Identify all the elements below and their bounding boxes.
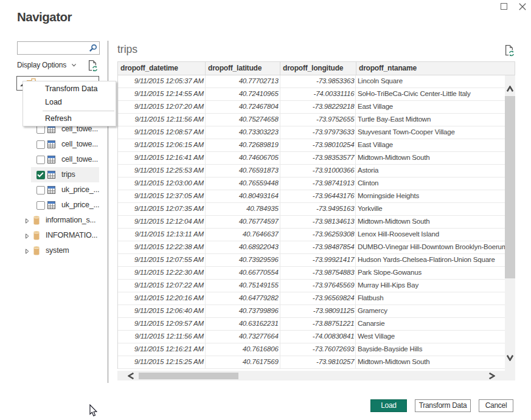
table-icon-wrap <box>47 171 55 179</box>
checkbox[interactable] <box>36 156 45 164</box>
data-preview-table: dropoff_datetimedropoff_latitudedropoff_… <box>117 61 515 369</box>
cell-dropoff_ntaname: West Village <box>356 331 505 343</box>
refresh-preview-icon[interactable] <box>505 45 515 57</box>
context-menu-item-refresh[interactable]: Refresh <box>23 112 116 125</box>
cell-dropoff_latitude: 40.66770554 <box>206 267 280 279</box>
table-row: 9/11/2015 12:14:55 AM40.72410965-74.0033… <box>118 88 505 101</box>
table-icon <box>47 186 55 194</box>
context-menu-item-load[interactable]: Load <box>23 95 116 109</box>
checkbox[interactable] <box>36 201 45 210</box>
cell-dropoff_datetime: 9/11/2015 12:08:57 AM <box>118 126 206 139</box>
column-header-dropoff_ntaname[interactable]: dropoff_ntaname <box>356 62 506 75</box>
cell-dropoff_longitude: -73.96569824 <box>280 292 356 305</box>
table-icon <box>47 201 55 209</box>
database-icon-wrap <box>33 246 40 255</box>
checkbox[interactable] <box>36 125 45 134</box>
scroll-right-icon[interactable] <box>489 373 495 379</box>
cell-dropoff_longitude: -73.98741913 <box>280 177 356 190</box>
cell-dropoff_latitude: 40.63162231 <box>206 318 280 330</box>
search-box[interactable] <box>17 41 100 55</box>
column-header-dropoff_datetime[interactable]: dropoff_datetime <box>118 62 206 75</box>
refresh-preview-icon[interactable] <box>88 60 98 72</box>
tree-item-cell-towe[interactable]: cell_towe... <box>0 152 107 167</box>
checkbox[interactable] <box>36 140 45 149</box>
scroll-down-icon[interactable] <box>507 355 513 361</box>
vertical-scrollbar[interactable] <box>505 75 515 380</box>
cell-dropoff_datetime: 9/11/2015 12:20:16 AM <box>118 292 206 305</box>
column-header-dropoff_latitude[interactable]: dropoff_latitude <box>206 62 280 75</box>
tree-item-label: cell_towe... <box>61 140 98 148</box>
vertical-scrollbar-thumb[interactable] <box>505 96 515 278</box>
cell-dropoff_latitude: 40.76591873 <box>206 165 280 177</box>
cell-dropoff_longitude: -73.99921417 <box>280 254 356 266</box>
cell-dropoff_longitude: -73.98134613 <box>280 216 356 228</box>
checkbox[interactable] <box>36 171 45 179</box>
cell-dropoff_longitude: -73.96443176 <box>280 190 356 202</box>
tree-item-uk-price[interactable]: uk_price_... <box>0 198 107 213</box>
navigator-dialog: Navigator Display Options <box>0 0 531 420</box>
cell-dropoff_latitude: 40.72689819 <box>206 139 280 151</box>
tree-item-information-s[interactable]: information_s... <box>0 213 107 228</box>
display-options-dropdown[interactable]: Display Options <box>17 61 99 72</box>
load-button[interactable]: Load <box>370 399 407 412</box>
cell-dropoff_latitude: 40.72467804 <box>206 101 280 113</box>
cell-dropoff_datetime: 9/11/2015 12:25:53 AM <box>118 165 206 177</box>
table-row: 9/11/2015 12:22:38 AM40.68922043-73.9848… <box>118 241 505 254</box>
expand-arrow-wrap[interactable] <box>26 218 29 224</box>
table-icon <box>47 171 55 179</box>
scroll-up-icon[interactable] <box>507 86 513 92</box>
cell-dropoff_latitude: 40.73929596 <box>206 254 280 266</box>
horizontal-scrollbar-thumb[interactable] <box>139 373 238 379</box>
cell-dropoff_longitude: -73.98353577 <box>280 152 356 164</box>
expand-arrow-wrap[interactable] <box>26 233 29 239</box>
cell-dropoff_latitude: 40.74606705 <box>206 152 280 164</box>
cell-dropoff_datetime: 9/11/2015 12:06:15 AM <box>118 139 206 151</box>
table-row: 9/11/2015 12:16:41 AM40.74606705-73.9835… <box>118 152 505 165</box>
cell-dropoff_datetime: 9/11/2015 12:07:20 AM <box>118 101 206 113</box>
cell-dropoff_datetime: 9/11/2015 12:13:11 AM <box>118 229 206 241</box>
tree-item-label: information_s... <box>46 216 95 224</box>
checkbox[interactable] <box>36 186 45 195</box>
cell-dropoff_latitude: 40.68922043 <box>206 241 280 253</box>
cell-dropoff_latitude: 40.73303223 <box>206 126 280 139</box>
table-row: 9/11/2015 12:07:55 AM40.73929596-73.9992… <box>118 254 505 267</box>
table-row: 9/11/2015 12:11:56 AM40.73277664-74.0083… <box>118 331 505 343</box>
cell-dropoff_longitude: -73.98487854 <box>280 241 356 253</box>
horizontal-scrollbar[interactable] <box>117 371 515 380</box>
cell-dropoff_longitude: -74.00331116 <box>280 88 356 100</box>
column-header-dropoff_longitude[interactable]: dropoff_longitude <box>280 62 356 75</box>
cancel-button[interactable]: Cancel <box>479 399 513 412</box>
cell-dropoff_datetime: 9/11/2015 12:03:00 AM <box>118 177 206 190</box>
table-row: 9/11/2015 12:20:16 AM40.64779282-73.9656… <box>118 292 505 305</box>
search-input[interactable] <box>19 43 86 53</box>
cell-dropoff_ntaname: Park Slope-Gowanus <box>356 267 505 279</box>
scroll-left-icon[interactable] <box>128 373 134 379</box>
tree-item-informatio[interactable]: INFORMATIO... <box>0 228 107 243</box>
cell-dropoff_datetime: 9/11/2015 12:12:04 AM <box>118 216 206 228</box>
cell-dropoff_longitude: -73.98754883 <box>280 267 356 279</box>
cell-dropoff_datetime: 9/11/2015 12:07:35 AM <box>118 203 206 215</box>
tree-item-uk-price[interactable]: uk_price_... <box>0 182 107 198</box>
cell-dropoff_ntaname: Yorkville <box>356 203 505 215</box>
tree-item-system[interactable]: system <box>0 243 107 258</box>
cell-dropoff_longitude: -73.9495163 <box>280 203 356 215</box>
expand-arrow-icon <box>26 218 29 224</box>
transform-data-button[interactable]: Transform Data <box>415 399 471 412</box>
table-body: 9/11/2015 12:05:37 AM40.77702713-73.9853… <box>117 75 505 369</box>
cell-dropoff_ntaname: Lenox Hill-Roosevelt Island <box>356 229 505 241</box>
tree-item-cell-towe[interactable]: cell_towe... <box>0 137 107 152</box>
context-menu: Transform DataLoadRefresh <box>23 81 116 126</box>
maximize-button[interactable] <box>501 3 507 10</box>
cell-dropoff_latitude: 40.7616806 <box>206 343 280 356</box>
cell-dropoff_datetime: 9/11/2015 12:16:41 AM <box>118 152 206 164</box>
cell-dropoff_latitude: 40.76559448 <box>206 177 280 190</box>
expand-arrow-wrap[interactable] <box>26 249 29 254</box>
table-icon-wrap <box>47 156 55 164</box>
cell-dropoff_datetime: 9/11/2015 12:11:56 AM <box>118 114 206 126</box>
expand-arrow-icon <box>26 233 29 239</box>
close-icon[interactable] <box>519 3 526 10</box>
database-icon <box>33 216 40 225</box>
context-menu-item-transform-data[interactable]: Transform Data <box>23 81 116 95</box>
tree-item-trips[interactable]: trips <box>0 167 107 182</box>
cell-dropoff_datetime: 9/11/2015 12:07:55 AM <box>118 254 206 266</box>
